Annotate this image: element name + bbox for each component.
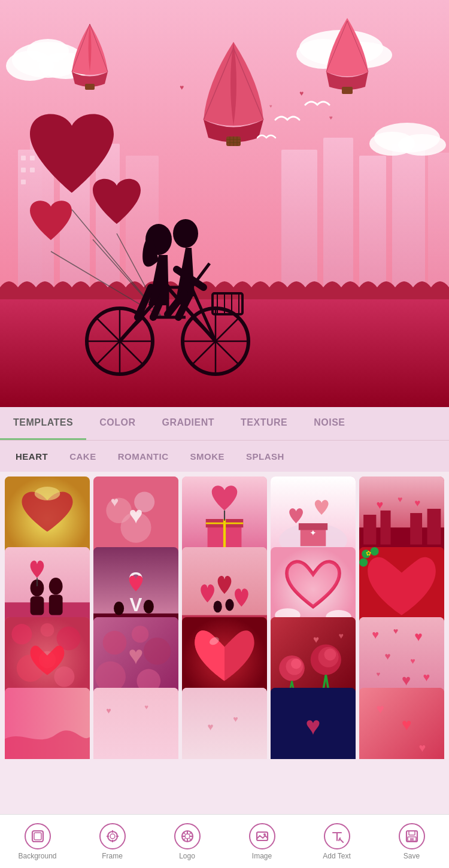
subtab-cake[interactable]: CAKE: [59, 451, 107, 462]
svg-point-127: [370, 547, 378, 556]
save-label: Save: [404, 852, 420, 860]
svg-rect-101: [427, 509, 441, 545]
thumbnail-16[interactable]: [5, 688, 90, 760]
svg-rect-35: [85, 84, 95, 90]
svg-text:♥: ♥: [329, 114, 333, 121]
add-text-icon: [324, 823, 350, 849]
nav-add-text[interactable]: Add Text: [299, 823, 374, 860]
svg-rect-14: [30, 168, 35, 172]
category-tab-bar[interactable]: TEMPLATES COLOR GRADIENT TEXTURE NOISE: [0, 407, 449, 441]
add-text-label: Add Text: [323, 852, 350, 860]
svg-point-109: [49, 578, 63, 594]
sub-category-tab-bar[interactable]: HEART CAKE ROMANTIC SMOKE SPLASH: [0, 441, 449, 472]
subtab-romantic[interactable]: ROMANTIC: [107, 451, 180, 462]
nav-save[interactable]: Save: [374, 823, 449, 860]
svg-text:♥: ♥: [414, 629, 423, 644]
tab-color[interactable]: COLOR: [86, 407, 148, 440]
thumbnail-19[interactable]: ♥: [271, 688, 356, 760]
svg-point-131: [11, 624, 32, 644]
svg-point-117: [144, 600, 154, 614]
svg-rect-165: [93, 688, 178, 760]
logo-label: Logo: [179, 852, 195, 860]
frame-icon: [99, 823, 126, 849]
svg-text:♥: ♥: [208, 721, 214, 733]
save-icon: [399, 823, 425, 849]
svg-rect-108: [31, 596, 44, 615]
svg-text:♥: ♥: [180, 83, 184, 92]
svg-point-180: [110, 834, 115, 839]
svg-text:♥: ♥: [129, 502, 143, 528]
svg-text:♥: ♥: [376, 498, 383, 511]
svg-text:♥: ♥: [106, 705, 111, 715]
svg-point-138: [103, 631, 127, 655]
svg-rect-98: [363, 515, 376, 545]
thumbnail-18[interactable]: ♥ ♥: [182, 688, 267, 760]
svg-point-132: [41, 623, 54, 637]
nav-logo[interactable]: Logo: [150, 823, 224, 860]
svg-text:♥: ♥: [233, 714, 238, 723]
svg-text:♥: ♥: [269, 104, 272, 109]
nav-frame[interactable]: Frame: [75, 823, 150, 860]
frame-label: Frame: [102, 852, 123, 860]
svg-point-34: [398, 134, 446, 156]
svg-text:♥: ♥: [339, 631, 344, 641]
svg-rect-13: [21, 168, 26, 172]
svg-rect-11: [21, 156, 26, 160]
image-label: Image: [252, 852, 272, 860]
tab-gradient[interactable]: GRADIENT: [148, 407, 227, 440]
nav-background[interactable]: Background: [0, 823, 75, 860]
svg-text:♥: ♥: [402, 715, 412, 734]
svg-text:♥: ♥: [372, 628, 379, 641]
tab-templates[interactable]: TEMPLATES: [0, 407, 86, 440]
svg-point-116: [114, 601, 124, 615]
svg-point-128: [359, 558, 368, 566]
svg-rect-99: [381, 511, 391, 545]
svg-point-120: [214, 600, 222, 612]
svg-rect-38: [342, 87, 353, 94]
tab-noise[interactable]: NOISE: [301, 407, 358, 440]
svg-point-186: [185, 834, 190, 839]
svg-rect-100: [410, 513, 422, 545]
thumbnails-grid: ♥ ♥ ✦: [0, 472, 449, 759]
svg-text:✦: ✦: [310, 528, 317, 538]
subtab-heart[interactable]: HEART: [5, 451, 59, 462]
main-preview: ♥ ♥ ♥ ♥ ♥ ♥ ♥ ♥: [0, 0, 449, 407]
svg-text:♥: ♥: [423, 670, 430, 684]
svg-point-28: [27, 39, 69, 63]
image-icon: [249, 823, 275, 849]
thumbnail-20[interactable]: ♥ ♥ ♥: [359, 688, 444, 760]
thumbnail-17[interactable]: ♥ ♥: [93, 688, 178, 760]
svg-rect-168: [182, 688, 267, 760]
background-icon: [25, 823, 51, 849]
svg-line-197: [340, 839, 344, 843]
svg-text:♥: ♥: [414, 497, 420, 509]
svg-point-73: [173, 219, 198, 248]
svg-text:♥: ♥: [393, 626, 398, 636]
background-label: Background: [18, 852, 56, 860]
bottom-nav-bar: Background Frame: [0, 814, 449, 868]
svg-rect-178: [34, 833, 41, 840]
svg-rect-15: [21, 180, 26, 184]
svg-text:♥: ♥: [305, 711, 320, 740]
nav-image[interactable]: Image: [224, 823, 299, 860]
svg-text:♥: ♥: [402, 672, 411, 688]
svg-point-179: [108, 831, 117, 841]
tab-texture[interactable]: TEXTURE: [227, 407, 301, 440]
svg-point-78: [35, 487, 60, 500]
svg-text:♥: ♥: [313, 634, 319, 645]
svg-point-135: [54, 666, 74, 687]
svg-point-196: [263, 833, 266, 836]
svg-text:V: V: [130, 594, 142, 615]
subtab-smoke[interactable]: SMOKE: [180, 451, 236, 462]
svg-rect-9: [392, 144, 425, 305]
logo-icon: [174, 823, 201, 849]
svg-rect-4: [96, 144, 120, 305]
svg-point-140: [144, 638, 171, 664]
svg-line-198: [339, 838, 340, 840]
svg-text:♥: ♥: [128, 641, 143, 669]
svg-text:♥: ♥: [111, 494, 119, 509]
svg-rect-12: [30, 156, 35, 160]
svg-point-149: [291, 659, 301, 669]
svg-text:♥: ♥: [418, 740, 426, 754]
subtab-splash[interactable]: SPLASH: [235, 451, 295, 462]
